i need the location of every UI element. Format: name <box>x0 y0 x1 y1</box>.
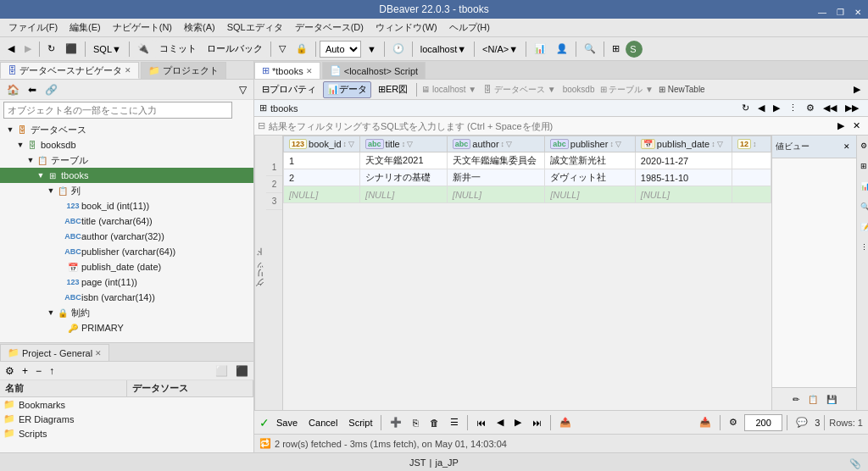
col-filter-author[interactable]: ▽ <box>506 140 512 148</box>
close-button[interactable]: ✕ <box>851 3 865 21</box>
switch-view-button[interactable]: ☰ <box>446 413 463 432</box>
object-search-input[interactable] <box>3 102 232 119</box>
close-data-button[interactable]: ◀◀ <box>819 100 841 117</box>
filter-apply-button[interactable]: ▶ <box>833 118 849 135</box>
grid-button[interactable]: ⊞ <box>608 40 624 58</box>
breadcrumb-newtable[interactable]: ⊞ NewTable <box>659 85 705 94</box>
nav-filter-button[interactable]: ▽ <box>236 80 250 99</box>
col-sort-author[interactable]: ↕ <box>501 140 505 148</box>
cell-title-2[interactable]: シナリオの基礎 <box>360 169 448 186</box>
cell-book_id-1[interactable]: 1 <box>284 152 360 169</box>
tree-item-col-author[interactable]: ▶ ABC author (varchar(32)) <box>0 229 253 244</box>
table-row[interactable]: 2 シナリオの基礎 新井一 ダヴィット社 1985-11-10 <box>284 169 771 186</box>
import-button[interactable]: 📥 <box>695 413 715 432</box>
menu-sql-editor[interactable]: SQLエディタ <box>222 19 288 36</box>
cell-book_id-2[interactable]: 2 <box>284 169 360 186</box>
proj-item-scripts[interactable]: 📁 Scripts <box>0 426 253 441</box>
tree-item-col-publish_date[interactable]: ▶ 📅 publish_date (date) <box>0 259 253 274</box>
refresh-button[interactable]: ↻ <box>43 40 59 58</box>
menu-help[interactable]: ヘルプ(H) <box>444 19 495 36</box>
tab-project-general[interactable]: 📁 Project - General ✕ <box>0 344 109 361</box>
right-tool-4[interactable]: 🔍 <box>857 197 868 216</box>
copy-row-button[interactable]: ⎘ <box>409 413 423 432</box>
menu-database[interactable]: データベース(D) <box>290 19 369 36</box>
cell-publish_date-null[interactable]: [NULL] <box>635 186 732 203</box>
user-button[interactable]: 👤 <box>552 40 572 58</box>
localhost-select[interactable]: localhost ▼ <box>416 40 470 58</box>
nav-link-button[interactable]: 🔗 <box>42 80 61 99</box>
col-header-publish_date[interactable]: 📅 publish_date ↕ ▽ <box>635 136 732 152</box>
sub-tab-er[interactable]: ⊞ ER図 <box>374 81 412 98</box>
db-navigator-close[interactable]: ✕ <box>125 66 131 75</box>
cell-author-2[interactable]: 新井一 <box>447 169 544 186</box>
tab-project[interactable]: 📁 プロジェクト <box>141 62 226 79</box>
nav-last-button[interactable]: ⏭ <box>528 413 546 432</box>
more-options-button[interactable]: ⋮ <box>784 100 802 117</box>
expand-data-button[interactable]: ▶▶ <box>841 100 863 117</box>
tree-item-primary[interactable]: ▶ 🔑 PRIMARY <box>0 320 253 335</box>
add-row-button[interactable]: ➕ <box>386 413 406 432</box>
search-button[interactable]: 🔍 <box>580 40 600 58</box>
col-header-publisher[interactable]: abc publisher ↕ ▽ <box>545 136 636 152</box>
col-filter-title[interactable]: ▽ <box>407 140 413 148</box>
new-connection-button[interactable]: 🔌 <box>133 40 153 58</box>
cell-publish_date-2[interactable]: 1985-11-10 <box>635 169 732 186</box>
right-tool-1[interactable]: ⚙ <box>857 136 868 155</box>
lock-button[interactable]: 🔒 <box>292 40 312 58</box>
cell-publisher-2[interactable]: ダヴィット社 <box>545 169 636 186</box>
breadcrumb-database[interactable]: 🗄 データベース ▼ <box>483 84 555 96</box>
breadcrumb-more-button[interactable]: ▶ <box>849 81 865 98</box>
row-limit-input[interactable] <box>744 414 782 431</box>
restore-button[interactable]: ❐ <box>833 3 848 21</box>
transaction-mode-select[interactable]: Auto <box>320 41 361 58</box>
proj-item-er-diagrams[interactable]: 📁 ER Diagrams <box>0 412 253 426</box>
settings-button[interactable]: ⚙ <box>725 413 742 432</box>
menu-file[interactable]: ファイル(F) <box>3 19 63 36</box>
right-tool-5[interactable]: 📝 <box>857 218 868 236</box>
script-button[interactable]: Script <box>344 413 376 432</box>
right-tool-3[interactable]: 📊 <box>857 177 868 196</box>
auto-dropdown[interactable]: ▼ <box>363 40 381 58</box>
menu-navigate[interactable]: ナビゲート(N) <box>108 19 177 36</box>
menu-window[interactable]: ウィンドウ(W) <box>370 19 442 36</box>
project-remove-button[interactable]: − <box>32 362 45 380</box>
data-table-wrapper[interactable]: 123 book_id ↕ ▽ abc title ↕ <box>283 136 771 410</box>
commit-button[interactable]: コミット <box>155 40 201 58</box>
col-header-page[interactable]: 12 ↕ <box>732 136 771 152</box>
project-up-button[interactable]: ↑ <box>46 362 58 380</box>
tree-item-col-isbn[interactable]: ▶ ABC isbn (varchar(14)) <box>0 290 253 305</box>
bottom-right-icon[interactable]: 📎 <box>849 458 861 469</box>
cell-page-null[interactable] <box>732 186 771 203</box>
project-settings-button[interactable]: ⚙ <box>2 362 18 380</box>
project-close-icon[interactable]: ✕ <box>95 349 102 357</box>
rollback-button[interactable]: ロールバック <box>203 40 267 58</box>
table-row[interactable]: 1 天文年鑑2021 天文年鑑編集委員会 誠文堂新光社 2020-11-27 <box>284 152 771 169</box>
tree-item-booksdb[interactable]: ▼ 🗄 booksdb <box>0 137 253 152</box>
project-expand-button[interactable]: ⬛ <box>232 362 252 380</box>
col-filter-publisher[interactable]: ▽ <box>615 140 621 148</box>
nav-home-button[interactable]: 🏠 <box>3 80 23 99</box>
col-sort-publish_date[interactable]: ↕ <box>711 140 715 148</box>
value-viewer-save[interactable]: 💾 <box>823 390 840 408</box>
value-viewer-edit[interactable]: ✏ <box>789 390 803 408</box>
tree-item-tbooks[interactable]: ▼ ⊞ tbooks <box>0 168 253 183</box>
tab-tbooks[interactable]: ⊞ *tbooks ✕ <box>254 62 320 79</box>
cell-title-null[interactable]: [NULL] <box>360 186 448 203</box>
cell-title-1[interactable]: 天文年鑑2021 <box>360 152 448 169</box>
cell-publish_date-1[interactable]: 2020-11-27 <box>635 152 732 169</box>
forward-button[interactable]: ▶ <box>20 40 36 58</box>
project-collapse-button[interactable]: ⬜ <box>212 362 231 380</box>
col-filter-book_id[interactable]: ▽ <box>348 140 354 148</box>
stop-button[interactable]: ⬛ <box>61 40 81 58</box>
save-button[interactable]: Save <box>272 413 302 432</box>
cancel-button[interactable]: Cancel <box>304 413 342 432</box>
cell-book_id-null[interactable]: [NULL] <box>284 186 360 203</box>
breadcrumb-localhost[interactable]: 🖥 localhost ▼ <box>421 85 476 94</box>
tbooks-tab-close[interactable]: ✕ <box>306 67 313 75</box>
menu-edit[interactable]: 編集(E) <box>64 19 106 36</box>
cell-publisher-1[interactable]: 誠文堂新光社 <box>545 152 636 169</box>
user-avatar[interactable]: S <box>626 41 643 58</box>
menu-search[interactable]: 検索(A) <box>179 19 220 36</box>
cell-author-null[interactable]: [NULL] <box>447 186 544 203</box>
right-tool-6[interactable]: ⋮⋮ <box>857 238 868 257</box>
